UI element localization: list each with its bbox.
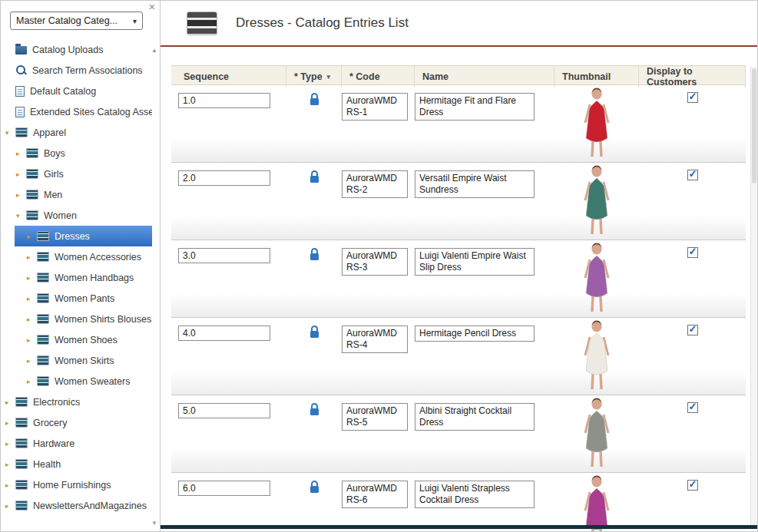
chevron-right-icon[interactable] <box>5 481 15 489</box>
column-header-code[interactable]: * Code <box>342 66 415 88</box>
display-to-customers-checkbox[interactable] <box>687 402 698 413</box>
chevron-down-icon[interactable] <box>5 129 15 137</box>
vertical-scrollbar[interactable] <box>750 67 757 525</box>
chevron-right-icon[interactable] <box>16 150 26 157</box>
type-filter-dropdown-icon[interactable]: ▾ <box>327 73 331 81</box>
sidebar-item-hardware[interactable]: Hardware <box>1 433 152 454</box>
category-icon <box>37 293 49 303</box>
name-input[interactable]: Albini Straight Cocktail Dress <box>415 403 535 431</box>
code-cell: AuroraWMD RS-6 <box>342 473 415 532</box>
display-to-customers-checkbox[interactable] <box>687 480 698 491</box>
chevron-right-icon[interactable] <box>27 233 37 240</box>
sidebar-scroll-up-icon[interactable]: ▲ <box>151 47 157 54</box>
sidebar-item-catalog-uploads[interactable]: Catalog Uploads <box>1 39 152 60</box>
sequence-input[interactable] <box>178 325 270 341</box>
sequence-input[interactable] <box>178 170 270 186</box>
category-icon <box>37 355 49 365</box>
sidebar-item-electronics[interactable]: Electronics <box>1 392 152 412</box>
chevron-right-icon[interactable] <box>16 170 26 178</box>
code-input[interactable]: AuroraWMD RS-6 <box>342 481 408 508</box>
chevron-right-icon[interactable] <box>5 440 15 448</box>
chevron-right-icon[interactable] <box>27 295 37 302</box>
page-title: Dresses - Catalog Entries List <box>236 15 409 31</box>
category-icon <box>15 459 28 469</box>
column-header-label: * Type <box>294 71 323 82</box>
sidebar-item-extended-sites-catalog[interactable]: Extended Sites Catalog Asset Store <box>1 101 152 122</box>
table-header-row: Sequence * Type▾ * Code Name Thumbnail D… <box>171 65 746 85</box>
sidebar-item-label: Women Skirts <box>55 355 114 366</box>
code-input[interactable]: AuroraWMD RS-5 <box>342 403 408 431</box>
chevron-right-icon[interactable] <box>16 191 26 199</box>
code-input[interactable]: AuroraWMD RS-4 <box>342 325 408 353</box>
type-cell <box>286 395 342 472</box>
sidebar-item-men[interactable]: Men <box>1 184 152 205</box>
sequence-input[interactable] <box>178 481 270 496</box>
chevron-right-icon[interactable] <box>27 336 37 344</box>
sidebar-item-women-shoes[interactable]: Women Shoes <box>1 329 152 350</box>
sequence-cell <box>171 240 286 317</box>
type-cell <box>286 318 342 395</box>
display-to-customers-checkbox[interactable] <box>687 325 698 335</box>
sidebar-item-grocery[interactable]: Grocery <box>1 412 152 433</box>
column-header-type[interactable]: * Type▾ <box>286 66 342 88</box>
scrollbar-thumb[interactable] <box>752 68 756 183</box>
sidebar-item-women-sweaters[interactable]: Women Sweaters <box>1 371 152 392</box>
sidebar-item-women-handbags[interactable]: Women Handbags <box>1 267 152 288</box>
sidebar-item-default-catalog[interactable]: Default Catalog <box>1 81 152 101</box>
sidebar-scroll-down-icon[interactable]: ▼ <box>151 520 157 527</box>
code-input[interactable]: AuroraWMD RS-3 <box>342 248 408 276</box>
display-to-customers-checkbox[interactable] <box>687 92 698 103</box>
sequence-cell <box>171 85 286 162</box>
chevron-right-icon[interactable] <box>27 378 37 385</box>
code-input[interactable]: AuroraWMD RS-2 <box>342 170 408 198</box>
sidebar-item-women-skirts[interactable]: Women Skirts <box>1 350 152 371</box>
column-header-name[interactable]: Name <box>415 66 554 88</box>
name-input[interactable]: Hermitage Pencil Dress <box>415 325 535 342</box>
chevron-right-icon[interactable] <box>27 274 37 282</box>
sidebar-item-apparel[interactable]: Apparel <box>1 122 152 143</box>
chevron-right-icon[interactable] <box>5 461 15 468</box>
display-to-customers-checkbox[interactable] <box>687 170 698 180</box>
column-header-thumbnail[interactable]: Thumbnail <box>554 66 639 88</box>
sidebar-item-women[interactable]: Women <box>1 205 152 226</box>
chevron-right-icon[interactable] <box>27 316 37 323</box>
sidebar-item-dresses[interactable]: Dresses <box>15 226 152 246</box>
category-icon <box>26 169 38 179</box>
name-input[interactable]: Versatil Empire Waist Sundress <box>415 170 535 198</box>
sidebar-item-women-accessories[interactable]: Women Accessories <box>1 246 152 267</box>
product-thumbnail <box>574 320 619 393</box>
sequence-input[interactable] <box>178 93 270 108</box>
display-to-customers-checkbox[interactable] <box>687 247 698 258</box>
chevron-down-icon: ▾ <box>133 17 137 25</box>
sidebar-item-women-pants[interactable]: Women Pants <box>1 288 152 309</box>
sidebar-item-home-furnishings[interactable]: Home Furnishings <box>1 474 152 495</box>
chevron-right-icon[interactable] <box>5 398 15 406</box>
close-panel-icon[interactable]: × <box>149 1 155 13</box>
chevron-right-icon[interactable] <box>27 253 37 261</box>
sidebar-item-label: Dresses <box>55 231 90 242</box>
sidebar-item-girls[interactable]: Girls <box>1 164 152 184</box>
chevron-right-icon[interactable] <box>27 357 37 365</box>
table-row: AuroraWMD RS-1 Hermitage Fit and Flare D… <box>171 85 746 163</box>
column-header-sequence[interactable]: Sequence <box>171 66 286 88</box>
sidebar-item-boys[interactable]: Boys <box>1 143 152 164</box>
type-cell <box>286 85 342 162</box>
category-icon <box>15 418 28 428</box>
sequence-input[interactable] <box>178 248 270 263</box>
column-header-display-to-customers[interactable]: Display to Customers <box>639 66 746 88</box>
name-input[interactable]: Hermitage Fit and Flare Dress <box>415 93 535 121</box>
chevron-right-icon[interactable] <box>5 502 15 510</box>
chevron-right-icon[interactable] <box>5 419 15 427</box>
sidebar-item-search-term-associations[interactable]: Search Term Associations <box>1 60 152 81</box>
chevron-down-icon[interactable] <box>16 212 26 220</box>
sidebar-item-women-shirts-blouses[interactable]: Women Shirts Blouses <box>1 309 152 329</box>
sidebar-item-health[interactable]: Health <box>1 454 152 474</box>
sequence-cell <box>171 318 286 395</box>
name-input[interactable]: Luigi Valenti Strapless Cocktail Dress <box>415 481 535 508</box>
code-input[interactable]: AuroraWMD RS-1 <box>342 93 408 121</box>
name-input[interactable]: Luigi Valenti Empire Waist Slip Dress <box>415 248 535 276</box>
sidebar-item-label: NewslettersAndMagazines <box>33 501 147 511</box>
sidebar-item-newsletters-and-magazines[interactable]: NewslettersAndMagazines <box>1 495 152 516</box>
sequence-input[interactable] <box>178 403 270 418</box>
catalog-selector-dropdown[interactable]: Master Catalog Categ... ▾ <box>10 12 143 30</box>
